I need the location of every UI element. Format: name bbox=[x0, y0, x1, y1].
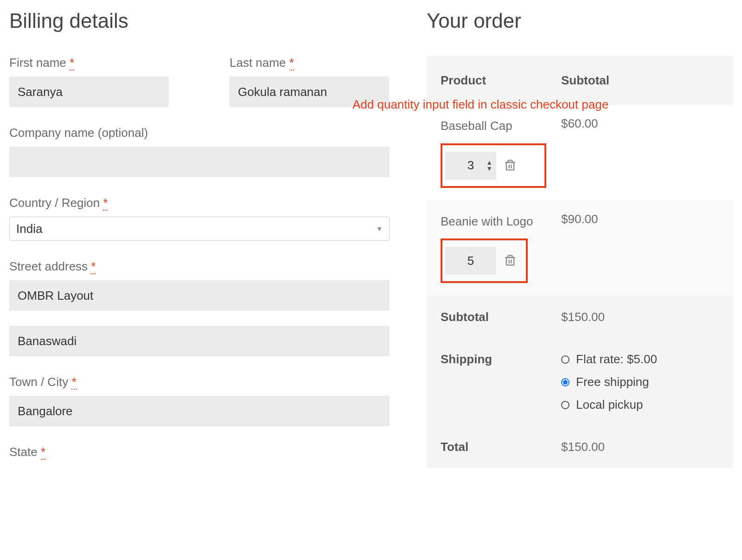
required-asterisk: * bbox=[41, 445, 45, 460]
country-select[interactable]: India ▼ bbox=[9, 217, 390, 241]
required-asterisk: * bbox=[91, 259, 96, 274]
shipping-option-label: Local pickup bbox=[576, 398, 643, 412]
radio-icon bbox=[561, 355, 569, 364]
quantity-stepper[interactable] bbox=[445, 247, 496, 275]
svg-rect-3 bbox=[506, 257, 514, 265]
radio-icon bbox=[561, 378, 569, 386]
shipping-label: Shipping bbox=[441, 352, 561, 367]
shipping-option-local[interactable]: Local pickup bbox=[561, 398, 719, 412]
last-name-label-text: Last name bbox=[230, 56, 286, 70]
col-subtotal-header: Subtotal bbox=[561, 73, 719, 88]
order-item-row: Baseball Cap ▲▼ $60.00 bbox=[427, 105, 733, 201]
radio-icon bbox=[561, 401, 569, 409]
annotation-text: Add quantity input field in classic chec… bbox=[352, 97, 608, 112]
subtotal-label: Subtotal bbox=[441, 310, 561, 324]
total-label: Total bbox=[441, 440, 561, 454]
required-asterisk: * bbox=[71, 375, 76, 390]
item-subtotal: $60.00 bbox=[561, 116, 719, 131]
col-product-header: Product bbox=[441, 73, 561, 88]
state-label-text: State bbox=[9, 445, 38, 459]
billing-heading: Billing details bbox=[9, 9, 390, 32]
required-asterisk: * bbox=[103, 196, 108, 211]
product-name: Baseball Cap bbox=[441, 116, 561, 136]
order-item-row: Beanie with Logo $90.00 bbox=[427, 201, 733, 296]
first-name-label-text: First name bbox=[9, 56, 66, 70]
required-asterisk: * bbox=[289, 56, 294, 71]
order-heading: Your order bbox=[427, 9, 733, 32]
quantity-block-highlight: ▲▼ bbox=[441, 143, 546, 188]
country-value: India bbox=[16, 222, 42, 236]
street-label: Street address * bbox=[9, 259, 390, 274]
street-label-text: Street address bbox=[9, 259, 88, 273]
order-table: Product Subtotal Baseball Cap ▲▼ bbox=[427, 56, 733, 468]
trash-icon[interactable] bbox=[504, 159, 517, 172]
total-value: $150.00 bbox=[561, 440, 719, 454]
shipping-option-label: Flat rate: $5.00 bbox=[576, 352, 657, 367]
required-asterisk: * bbox=[70, 56, 74, 71]
street-field-1[interactable] bbox=[9, 280, 390, 311]
city-label-text: Town / City bbox=[9, 375, 68, 389]
city-label: Town / City * bbox=[9, 375, 390, 389]
first-name-label: First name * bbox=[9, 56, 169, 70]
street-field-2[interactable] bbox=[9, 326, 390, 356]
shipping-row: Shipping Flat rate: $5.00 Free shipping bbox=[427, 338, 733, 426]
last-name-label: Last name * bbox=[230, 56, 390, 70]
chevron-down-icon: ▼ bbox=[376, 225, 383, 232]
city-field[interactable] bbox=[9, 396, 390, 426]
svg-rect-0 bbox=[506, 162, 514, 170]
company-label: Company name (optional) bbox=[9, 126, 390, 140]
stepper-arrows-icon[interactable]: ▲▼ bbox=[486, 161, 493, 170]
trash-icon[interactable] bbox=[504, 254, 517, 267]
subtotal-value: $150.00 bbox=[561, 310, 719, 324]
subtotal-row: Subtotal $150.00 bbox=[427, 296, 733, 338]
product-name: Beanie with Logo bbox=[441, 212, 561, 232]
company-field[interactable] bbox=[9, 147, 390, 177]
shipping-option-flat[interactable]: Flat rate: $5.00 bbox=[561, 352, 719, 367]
quantity-block-highlight bbox=[441, 238, 528, 283]
item-subtotal: $90.00 bbox=[561, 212, 719, 226]
country-label: Country / Region * bbox=[9, 196, 390, 210]
country-label-text: Country / Region bbox=[9, 196, 100, 210]
shipping-option-label: Free shipping bbox=[576, 375, 649, 389]
total-row: Total $150.00 bbox=[427, 426, 733, 468]
first-name-field[interactable] bbox=[9, 77, 169, 107]
state-label: State * bbox=[9, 445, 390, 459]
shipping-option-free[interactable]: Free shipping bbox=[561, 375, 719, 389]
